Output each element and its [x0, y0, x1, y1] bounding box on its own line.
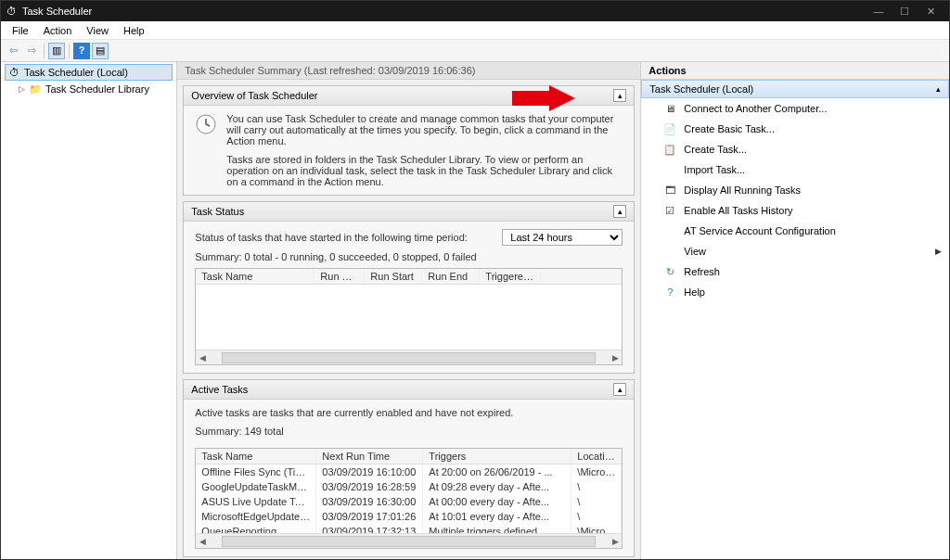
scrollbar[interactable]: ◀▶	[196, 350, 622, 364]
action-icon	[663, 224, 676, 237]
action-view[interactable]: View▶	[641, 241, 949, 261]
table-row[interactable]: ASUS Live Update Task Schedule03/09/2019…	[196, 494, 622, 509]
clock-icon: ⏱	[7, 66, 20, 79]
tree-library[interactable]: ▷ 📁 Task Scheduler Library	[5, 81, 173, 97]
scrollbar[interactable]: ◀▶	[196, 533, 622, 548]
col-run-start[interactable]: Run Start	[365, 269, 422, 284]
collapse-button[interactable]: ▴	[613, 89, 626, 102]
overview-title: Overview of Task Scheduler	[191, 90, 317, 101]
action-label: Connect to Another Computer...	[684, 103, 827, 114]
actions-pane: Actions Task Scheduler (Local) ▴ 🖥Connec…	[641, 62, 949, 559]
col-run-result[interactable]: Run Result	[315, 269, 365, 284]
menubar: File Action View Help	[1, 21, 949, 40]
col-triggers[interactable]: Triggers	[423, 449, 571, 464]
back-button[interactable]: ⇦	[5, 43, 21, 59]
col-location[interactable]: Location	[571, 449, 622, 464]
action-label: AT Service Account Configuration	[684, 225, 835, 236]
active-grid: Task Name Next Run Time Triggers Locatio…	[195, 448, 623, 549]
action-icon: ?	[663, 286, 676, 299]
task-status-title: Task Status	[191, 206, 244, 217]
col-next-run[interactable]: Next Run Time	[316, 449, 423, 464]
menu-file[interactable]: File	[5, 23, 36, 38]
action-icon: ☑	[663, 204, 676, 217]
table-row[interactable]: QueueReporting03/09/2019 17:32:13Multipl…	[196, 524, 622, 533]
action-enable-all-tasks-history[interactable]: ☑Enable All Tasks History	[641, 200, 949, 221]
col-run-end[interactable]: Run End	[422, 269, 480, 284]
action-label: Create Task...	[684, 144, 747, 155]
minimize-button[interactable]: —	[866, 6, 892, 17]
action-at-service-account-configuration[interactable]: AT Service Account Configuration	[641, 221, 949, 241]
active-tasks-title: Active Tasks	[191, 384, 248, 395]
navigation-tree: ⏱ Task Scheduler (Local) ▷ 📁 Task Schedu…	[1, 62, 177, 559]
status-line: Status of tasks that have started in the…	[195, 232, 468, 243]
overview-text-2: Tasks are stored in folders in the Task …	[195, 154, 623, 187]
summary-pane: Task Scheduler Summary (Last refreshed: …	[177, 62, 641, 559]
action-label: View	[684, 246, 706, 257]
chevron-right-icon: ▷	[19, 84, 25, 94]
summary-header: Task Scheduler Summary (Last refreshed: …	[177, 62, 640, 80]
status-summary: Summary: 0 total - 0 running, 0 succeede…	[195, 251, 623, 262]
action-label: Create Basic Task...	[684, 123, 775, 134]
col-task-name[interactable]: Task Name	[196, 449, 316, 464]
col-task-name[interactable]: Task Name	[196, 269, 315, 284]
status-grid-body[interactable]	[196, 285, 622, 350]
table-row[interactable]: MicrosoftEdgeUpdateTaskMachine...03/09/2…	[196, 509, 622, 524]
menu-view[interactable]: View	[79, 23, 116, 38]
action-icon: 📄	[663, 122, 676, 135]
tree-library-label: Task Scheduler Library	[45, 83, 149, 95]
action-help[interactable]: ?Help	[641, 282, 949, 302]
clock-icon: ⏱	[6, 6, 17, 17]
action-create-basic-task[interactable]: 📄Create Basic Task...	[641, 119, 949, 139]
action-display-all-running-tasks[interactable]: 🗔Display All Running Tasks	[641, 180, 949, 200]
active-grid-body[interactable]: Offline Files Sync (Time)03/09/2019 16:1…	[196, 465, 622, 533]
collapse-button[interactable]: ▴	[936, 84, 941, 94]
menu-action[interactable]: Action	[36, 23, 80, 38]
action-icon: 📋	[663, 143, 676, 156]
show-hide-tree-button[interactable]: ▥	[48, 43, 65, 59]
action-icon: ↻	[663, 265, 676, 278]
actions-scope: Task Scheduler (Local) ▴	[641, 80, 949, 98]
help-button[interactable]: ?	[73, 43, 90, 59]
action-connect-to-another-computer[interactable]: 🖥Connect to Another Computer...	[641, 98, 949, 119]
action-refresh[interactable]: ↻Refresh	[641, 261, 949, 282]
task-status-panel: Task Status ▴ Status of tasks that have …	[183, 201, 635, 374]
action-label: Help	[684, 286, 705, 298]
toolbar: ⇦ ⇨ ▥ ? ▤	[1, 40, 949, 62]
action-label: Display All Running Tasks	[684, 185, 801, 196]
time-period-select[interactable]: Last 24 hours	[502, 229, 623, 246]
action-icon	[663, 245, 676, 258]
forward-button[interactable]: ⇨	[23, 43, 40, 59]
titlebar: ⏱ Task Scheduler — ☐ ✕	[1, 1, 949, 21]
actions-header: Actions	[641, 62, 949, 80]
svg-marker-1	[512, 85, 575, 111]
active-summary: Summary: 149 total	[195, 426, 623, 437]
table-row[interactable]: Offline Files Sync (Time)03/09/2019 16:1…	[196, 465, 622, 479]
active-desc: Active tasks are tasks that are currentl…	[195, 407, 623, 418]
overview-text-1: You can use Task Scheduler to create and…	[226, 113, 623, 146]
folder-icon: 📁	[29, 83, 42, 95]
collapse-button[interactable]: ▴	[613, 383, 626, 396]
collapse-button[interactable]: ▴	[613, 205, 626, 218]
action-import-task[interactable]: Import Task...	[641, 159, 949, 180]
tree-root-label: Task Scheduler (Local)	[24, 67, 128, 78]
action-label: Enable All Tasks History	[684, 205, 792, 216]
action-icon: 🖥	[663, 102, 676, 115]
action-icon	[663, 163, 676, 176]
close-button[interactable]: ✕	[918, 6, 944, 18]
tree-root[interactable]: ⏱ Task Scheduler (Local)	[5, 64, 173, 81]
maximize-button[interactable]: ☐	[892, 6, 918, 18]
chevron-right-icon: ▶	[935, 247, 942, 256]
table-row[interactable]: GoogleUpdateTaskMachineUA03/09/2019 16:2…	[196, 479, 622, 494]
show-actions-button[interactable]: ▤	[92, 43, 109, 59]
active-tasks-panel: Active Tasks ▴ Active tasks are tasks th…	[183, 379, 635, 557]
status-grid: Task Name Run Result Run Start Run End T…	[195, 268, 623, 365]
action-label: Refresh	[684, 266, 720, 277]
annotation-arrow	[512, 85, 575, 111]
action-create-task[interactable]: 📋Create Task...	[641, 139, 949, 159]
window-title: Task Scheduler	[22, 6, 866, 17]
menu-help[interactable]: Help	[116, 23, 152, 38]
action-icon: 🗔	[663, 184, 676, 197]
col-triggered-by[interactable]: Triggered By	[480, 269, 541, 284]
action-label: Import Task...	[684, 164, 745, 175]
clock-icon	[195, 113, 217, 135]
